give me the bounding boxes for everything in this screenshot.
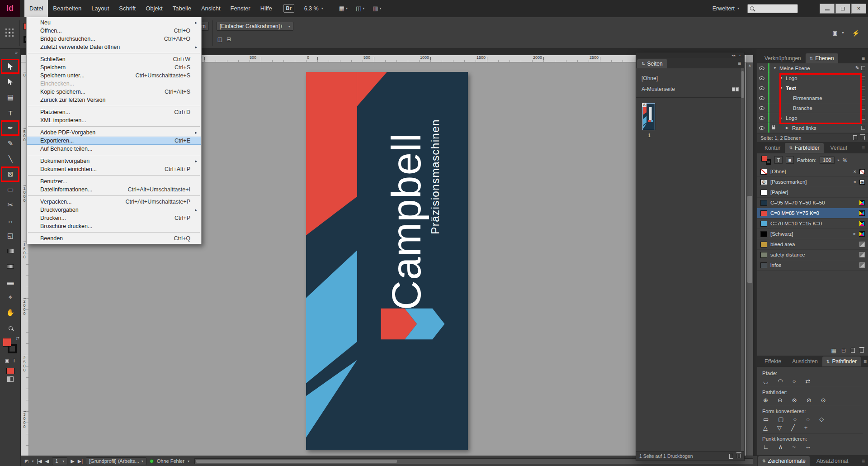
object-style-combo[interactable]: [Einfacher Grafikrahmen]+ ▾ xyxy=(217,22,293,31)
expand-arrow-icon[interactable]: ▼ xyxy=(773,66,778,70)
menu-item[interactable]: Speichern unter... Ctrl+Umschalttaste+S xyxy=(27,71,201,80)
visibility-eye-icon[interactable] xyxy=(757,76,766,81)
pages-scrollbar[interactable] xyxy=(741,68,744,451)
eyedropper-tool[interactable]: ⌖ xyxy=(0,290,21,305)
panel-menu-icon[interactable]: ≡ xyxy=(859,145,867,153)
close-path-icon[interactable]: ○ xyxy=(793,378,796,385)
panel-close-icon[interactable]: × xyxy=(739,53,741,57)
fill-stroke-widget[interactable]: ⇄ xyxy=(0,336,21,358)
minimize-button[interactable] xyxy=(820,4,835,14)
fill-proxy[interactable] xyxy=(3,338,11,347)
panel-menu-icon[interactable]: ≡ xyxy=(859,55,867,63)
scrollbar-thumb[interactable] xyxy=(747,196,752,282)
visibility-eye-icon[interactable] xyxy=(757,95,766,101)
note-tool[interactable]: ▬ xyxy=(0,274,21,290)
swatch-row[interactable]: safety distance × xyxy=(757,250,868,260)
menu-item[interactable]: Adobe PDF-Vorgaben ▸ xyxy=(27,128,201,137)
Absatzformat[interactable]: Absatzformat xyxy=(810,456,853,466)
gradient-swatch-tool[interactable] xyxy=(0,243,21,259)
menu-item[interactable]: Einchecken... xyxy=(27,80,201,88)
page-number-field[interactable]: 1 ▾ xyxy=(52,457,67,465)
formatting-affects-container-icon[interactable]: ▣ xyxy=(5,358,9,366)
new-swatch-icon[interactable] xyxy=(851,348,855,353)
scrollbar-thumb[interactable] xyxy=(196,460,397,463)
convert-triangle-icon[interactable]: △ xyxy=(763,424,768,431)
symmetrical-point-icon[interactable]: ↔ xyxy=(805,443,811,450)
menubar-item[interactable]: Schrift xyxy=(114,0,141,17)
minus-back-icon[interactable]: ⊙ xyxy=(821,397,826,404)
menu-item[interactable]: Zuletzt verwendete Datei öffnen ▸ xyxy=(27,43,201,51)
direct-selection-tool[interactable] xyxy=(0,74,21,90)
swatch-views-icon[interactable]: ▦ xyxy=(831,347,836,354)
visibility-eye-icon[interactable] xyxy=(757,125,766,131)
view-options-button[interactable]: ▦ ▾ xyxy=(336,5,351,12)
search-input[interactable] xyxy=(747,4,798,13)
swatch-row[interactable]: C=70 M=10 Y=15 K=0 × xyxy=(757,219,868,229)
menu-item[interactable]: Auf Behance teilen... xyxy=(27,145,201,153)
corner-point-icon[interactable]: ∧ xyxy=(778,443,783,450)
Zeichenformate[interactable]: ⇅ Zeichenformate xyxy=(758,456,810,466)
panel-menu-icon[interactable]: ≡ xyxy=(736,60,743,68)
panel-menu-icon[interactable]: ≡ xyxy=(861,358,868,366)
convert-beveled-rectangle-icon[interactable]: ◌ xyxy=(806,416,810,423)
preflight-profile-combo[interactable]: [Grundprofil] (Arbeits... ▾ xyxy=(86,457,146,465)
menubar-item[interactable]: Objekt xyxy=(141,0,168,17)
plain-point-icon[interactable]: ∟ xyxy=(763,443,769,450)
tab-seiten[interactable]: ⇅ Seiten xyxy=(637,59,667,68)
swatch-row[interactable]: bleed area × xyxy=(757,239,868,250)
convert-rounded-rectangle-icon[interactable]: ▢ xyxy=(778,416,783,423)
panel-menu-icon[interactable]: ≡ xyxy=(859,458,867,466)
convert-polygon-icon[interactable]: ▽ xyxy=(777,424,782,431)
menu-item[interactable]: Druckvorgaben ▸ xyxy=(27,206,201,214)
layer-target-square[interactable] xyxy=(861,126,865,130)
Ausrichten[interactable]: Ausrichten xyxy=(786,357,822,366)
menu-item[interactable]: Dateiinformationen... Ctrl+Alt+Umschaltt… xyxy=(27,185,201,194)
convert-inverse-rounded-icon[interactable]: ◇ xyxy=(819,416,824,423)
menu-item[interactable] xyxy=(27,194,201,198)
delete-layer-icon[interactable] xyxy=(861,136,865,140)
layer-target-square[interactable] xyxy=(861,76,865,80)
Farbfelder[interactable]: ⇅ Farbfelder xyxy=(785,143,823,153)
swatch-row[interactable]: [Ohne] × xyxy=(757,166,868,177)
menu-item[interactable]: Dokument einrichten... Ctrl+Alt+P xyxy=(27,165,201,173)
Effekte[interactable]: Effekte xyxy=(758,357,785,366)
previous-page-button[interactable]: ◀ xyxy=(45,458,49,464)
panel-collapse-icon[interactable]: ◂◂ xyxy=(731,53,735,57)
menubar-item[interactable]: Fenster xyxy=(226,0,255,17)
quick-apply-icon[interactable]: ⚡ xyxy=(852,29,860,37)
next-page-button[interactable]: ▶ xyxy=(71,458,74,464)
layer-target-square[interactable] xyxy=(861,66,865,70)
menu-item[interactable]: XML importieren... xyxy=(27,116,201,124)
close-button[interactable]: × xyxy=(851,4,866,14)
last-page-button[interactable]: ▶| xyxy=(78,458,83,464)
reverse-path-icon[interactable]: ⇄ xyxy=(806,378,811,385)
menu-item[interactable]: Zurück zur letzten Version xyxy=(27,96,201,104)
subtract-icon[interactable]: ⊖ xyxy=(778,397,783,404)
layer-row[interactable]: ▶ Rand links ✎ xyxy=(757,123,868,133)
convert-rectangle-icon[interactable]: ▭ xyxy=(763,416,769,423)
layer-row[interactable]: ▼ Meine Ebene ✎ xyxy=(757,63,868,73)
swatch-row[interactable]: [Passermarken] × xyxy=(757,177,868,187)
free-transform-tool[interactable]: ◱ xyxy=(0,228,21,243)
Verlauf[interactable]: Verlauf xyxy=(824,143,851,153)
menu-item[interactable]: Drucken... Ctrl+P xyxy=(27,214,201,222)
layer-target-square[interactable] xyxy=(861,86,865,90)
master-page-row[interactable]: A-Musterseite xyxy=(636,84,744,95)
swatch-row[interactable]: [Schwarz] × xyxy=(757,229,868,239)
first-page-button[interactable]: |◀ xyxy=(37,458,42,464)
new-page-icon[interactable] xyxy=(729,454,733,459)
menu-item[interactable]: Schließen Ctrl+W xyxy=(27,55,201,63)
menu-item[interactable]: Broschüre drucken... xyxy=(27,222,201,230)
visibility-eye-icon[interactable] xyxy=(757,86,766,91)
menu-item[interactable]: Speichern Ctrl+S xyxy=(27,63,201,71)
preflight-panel-icon[interactable]: ◩ xyxy=(24,459,28,464)
visibility-eye-icon[interactable] xyxy=(757,115,766,121)
menubar-item[interactable]: Datei xyxy=(24,0,48,17)
convert-orthogonal-line-icon[interactable]: + xyxy=(804,424,808,431)
menu-item[interactable]: Beenden Ctrl+Q xyxy=(27,234,201,243)
fill-stroke-mini-widget[interactable] xyxy=(761,156,771,165)
add-icon[interactable]: ⊕ xyxy=(763,397,768,404)
master-page-row[interactable]: [Ohne] xyxy=(636,73,744,84)
bridge-button[interactable]: Br xyxy=(283,4,294,13)
swatch-row[interactable]: infos × xyxy=(757,260,868,271)
